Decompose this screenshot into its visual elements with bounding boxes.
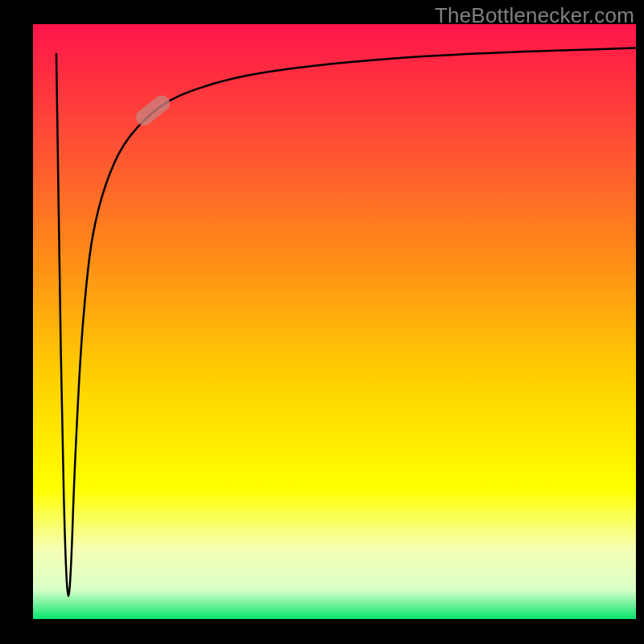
watermark-text: TheBottlenecker.com: [435, 3, 634, 28]
plot-area: [32, 24, 636, 620]
bottleneck-chart: [0, 0, 644, 644]
chart-stage: TheBottlenecker.com: [0, 0, 644, 644]
